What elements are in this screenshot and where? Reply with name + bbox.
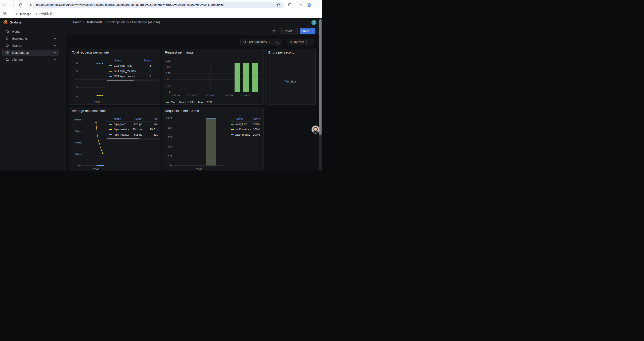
time-controls: Last 5 minutes xyxy=(240,39,282,46)
legend-row[interactable]: GET /api/_metrics 2 xyxy=(106,68,151,74)
series-chip xyxy=(230,134,234,135)
browser-menu-icon[interactable] xyxy=(314,3,319,7)
series-chip xyxy=(109,129,112,130)
dashboard-subheader: Export Share xyxy=(66,27,322,35)
browser-toolbar: grafana.mathmast.com/d/deytv4rwavabkb/fr… xyxy=(0,0,322,10)
series-chip xyxy=(109,134,112,135)
chevron-down-icon xyxy=(293,30,296,32)
grafana-top-nav: Grafana Home › Dashboards › Freeleaps Me… xyxy=(0,18,322,27)
grafana-logo-icon[interactable] xyxy=(3,20,8,25)
legend-table: Name Last * /api/_livez 100% /api/_metri… xyxy=(228,117,260,137)
bookmark-star-icon[interactable] xyxy=(276,3,280,7)
legend-col-mean[interactable]: Mean xyxy=(144,59,151,62)
legend-col-name[interactable]: Name xyxy=(114,117,121,121)
floating-avatar[interactable] xyxy=(312,126,320,134)
legend-scrollbar[interactable] xyxy=(106,80,159,81)
export-button[interactable]: Export xyxy=(282,28,298,34)
sidebar-item-dashboards[interactable]: Dashboards xyxy=(2,50,59,56)
no-data-message: No data xyxy=(266,80,316,83)
refresh-interval-button[interactable] xyxy=(307,39,314,45)
legend-row[interactable]: /api/_metrics 100% xyxy=(228,127,260,132)
address-bar[interactable]: grafana.mathmast.com/d/deytv4rwavabkb/fr… xyxy=(27,2,284,8)
refresh-controls: Refresh xyxy=(287,39,314,46)
panel-request-per-minute: Request per minute 0.25 0.2 0.15 0.1 0.0… xyxy=(162,49,264,105)
legend-row[interactable]: 2xx Mean: 0.233 Max: 0.233 xyxy=(166,101,212,104)
panel-title[interactable]: Errors per second xyxy=(268,51,294,54)
series-chip xyxy=(230,129,234,130)
site-settings-icon[interactable] xyxy=(28,2,34,8)
legend-col-last[interactable]: Last * xyxy=(253,117,260,121)
chevron-down-icon[interactable] xyxy=(54,58,56,61)
chevron-down-icon[interactable] xyxy=(54,44,56,47)
share-button[interactable]: Share xyxy=(300,28,311,34)
user-avatar[interactable] xyxy=(311,20,316,25)
breadcrumb: Home › Dashboards › Freeleaps Metrics Da… xyxy=(73,21,160,24)
legend-row[interactable]: /api/_metrics 40.1 ms 20.5 m xyxy=(106,127,158,132)
sidebar-item-starred[interactable]: Starred xyxy=(2,43,59,49)
download-icon[interactable] xyxy=(299,3,304,7)
page-scrollbar[interactable] xyxy=(319,18,322,171)
folder-icon xyxy=(36,12,40,16)
bar-2xx[interactable] xyxy=(234,63,240,92)
forward-icon[interactable] xyxy=(10,3,15,7)
nav-sidebar: Home Bookmarks Starred Dashboards Alerti… xyxy=(0,27,66,171)
sidebar-item-bookmarks[interactable]: Bookmarks xyxy=(2,36,59,42)
chevron-down-icon[interactable] xyxy=(54,37,56,40)
series-chip xyxy=(109,65,112,66)
reload-icon[interactable] xyxy=(18,3,23,7)
legend-row[interactable]: GET /api/_livez 6 xyxy=(106,63,151,68)
legend-row[interactable]: /api/_readyz 100% xyxy=(228,132,260,137)
sidebar-item-alerting[interactable]: Alerting xyxy=(2,57,59,63)
panel-total-requests-per-minute: Total requests per minute 6 5 4 3 2 17:4… xyxy=(69,49,160,105)
bookmark-label: Freeleaps xyxy=(18,12,31,16)
screen: grafana.mathmast.com/d/deytv4rwavabkb/fr… xyxy=(0,0,322,171)
legend-col-last[interactable]: Las xyxy=(154,117,158,121)
extensions-icon[interactable] xyxy=(287,3,292,7)
legend-row[interactable]: /api/_livez 661 µs 646 xyxy=(106,121,158,127)
chevron-down-icon xyxy=(268,41,271,44)
chevron-down-icon xyxy=(309,41,312,44)
time-range-picker[interactable]: Last 5 minutes xyxy=(240,39,273,45)
breadcrumb-home[interactable]: Home xyxy=(73,21,81,24)
refresh-button[interactable]: Refresh xyxy=(287,39,306,45)
bell-icon xyxy=(5,58,9,62)
bookmark-folder-freeleaps[interactable]: Freeleaps xyxy=(12,11,33,17)
zoom-out-button[interactable] xyxy=(273,39,281,45)
legend-row[interactable]: GET /api/_readyz 6 xyxy=(106,74,151,79)
home-icon xyxy=(5,30,9,34)
apps-grid-icon[interactable] xyxy=(2,12,7,16)
legend-table: Name Mean GET /api/_livez 6 GET /api/_me… xyxy=(106,59,151,79)
panel-average-response-time: Average response time 80 ms 60 ms 40 ms … xyxy=(69,107,160,171)
profile-avatar-icon[interactable] xyxy=(306,3,311,7)
share-menu-button[interactable] xyxy=(311,28,316,34)
legend-table: Name Mean Las /api/_livez 661 µs 646 /ap… xyxy=(106,117,158,137)
series-chip xyxy=(230,124,234,125)
legend-row[interactable]: /api/_livez 100% xyxy=(228,121,260,127)
favorite-star-icon[interactable] xyxy=(272,28,277,34)
chevron-down-icon[interactable] xyxy=(54,51,56,54)
panel-requests-under-100ms: Requests under 100ms 100% 80% 60% 40% 20… xyxy=(162,107,264,171)
legend-scrollbar[interactable] xyxy=(106,138,160,140)
url-text: grafana.mathmast.com/d/deytv4rwavabkb/fr… xyxy=(36,3,275,6)
bar-2xx[interactable] xyxy=(252,63,258,92)
page-scrollbar-thumb[interactable] xyxy=(319,19,322,135)
bar-2xx[interactable] xyxy=(243,63,249,92)
bookmark-label: 收藏博客 xyxy=(41,12,52,16)
bookmark-folder-blogs[interactable]: 收藏博客 xyxy=(35,11,54,17)
refresh-icon xyxy=(289,40,292,44)
percent-bar[interactable] xyxy=(206,119,216,165)
panel-errors-per-second: Errors per second No data xyxy=(266,49,316,105)
legend-row[interactable]: /api/_readyz 605 µs 620 xyxy=(106,132,158,137)
sidebar-item-home[interactable]: Home xyxy=(2,29,59,35)
legend-col-name[interactable]: Name xyxy=(236,117,243,121)
legend-col-name[interactable]: Name xyxy=(114,59,121,62)
panel-title[interactable]: Request per minute xyxy=(165,51,194,54)
series-chip xyxy=(109,71,112,72)
grafana-brand[interactable]: Grafana xyxy=(10,21,22,24)
bookmark-icon xyxy=(5,37,9,41)
breadcrumb-dashboards[interactable]: Dashboards xyxy=(86,21,102,24)
toolbar-divider xyxy=(296,3,296,7)
back-icon[interactable] xyxy=(3,3,8,7)
legend-col-mean[interactable]: Mean xyxy=(136,117,142,121)
panel-title[interactable]: Requests under 100ms xyxy=(165,109,199,113)
